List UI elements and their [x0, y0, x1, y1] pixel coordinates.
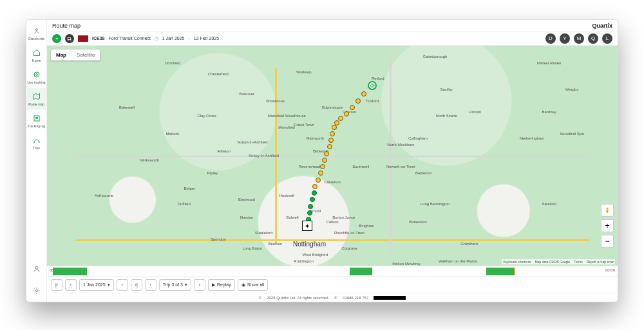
show-all-button[interactable]: ◉Show all	[238, 279, 268, 291]
map-place-label: Cotgrave	[341, 246, 357, 250]
map-type-switch: Map Satellite	[51, 50, 100, 60]
vehicle-id: ICE38	[92, 36, 104, 41]
route-point[interactable]	[332, 125, 337, 130]
vehicle-status-chip[interactable]	[52, 34, 61, 43]
phone-icon: ✆	[334, 295, 337, 300]
svg-point-2	[34, 72, 39, 77]
map-place-label: Ashbourne	[95, 194, 113, 197]
attrib-report[interactable]: Report a map error	[587, 260, 614, 264]
route-point[interactable]	[327, 144, 332, 149]
attrib-shortcuts[interactable]: Keyboard shortcuts	[503, 260, 531, 264]
route-point[interactable]	[350, 105, 355, 110]
route-point[interactable]	[324, 151, 329, 156]
vehicle-type-chip[interactable]	[65, 34, 74, 43]
map-place-label: Melton Mowbray	[392, 262, 421, 266]
sidebar-account[interactable]	[27, 258, 46, 280]
sidebar-item-home[interactable]: Home	[27, 44, 46, 66]
map-place-label: Burton Joyce	[332, 215, 355, 219]
sidebar-item-label: Tracking log	[28, 124, 45, 128]
trip-picker[interactable]: Trip 3 of 3 ▾	[159, 279, 191, 291]
route-point[interactable]	[316, 178, 321, 183]
header-btn-0[interactable]: D	[545, 33, 556, 44]
map-place-label: Stapleford	[255, 231, 272, 235]
map-place-label: Mansfield	[278, 125, 295, 129]
map-place-label: Calverton	[324, 180, 341, 184]
first-day-button[interactable]: |‹	[51, 279, 62, 291]
route-point[interactable]	[310, 197, 315, 202]
map-place-label: Radcliffe on Trent	[334, 231, 365, 235]
route-end-marker[interactable]: ✦	[302, 221, 312, 231]
map-place-label: Woodhall Spa	[560, 132, 583, 136]
svg-point-0	[35, 29, 37, 31]
eye-icon: ◉	[242, 282, 245, 288]
date-from: 1 Jan 2025	[162, 36, 185, 41]
sidebar-item-classic[interactable]: Classic site	[27, 23, 46, 44]
sidebar-settings[interactable]	[27, 280, 46, 302]
settings-icon	[32, 286, 41, 295]
header-btn-4[interactable]: L	[602, 33, 612, 44]
svg-rect-8	[68, 37, 71, 39]
map-place-label: Eastwood	[238, 197, 255, 201]
map-place-label: Duffield	[178, 202, 191, 206]
zoom-in-button[interactable]: +	[601, 219, 614, 232]
timeline[interactable]: 00:00 00:00	[47, 266, 618, 276]
sidebar-item-label: Route map	[28, 102, 44, 106]
sidebar-item-trips[interactable]: Trips	[27, 132, 46, 154]
sidebar-item-routemap[interactable]: Route map	[27, 88, 46, 110]
route-point[interactable]	[307, 210, 312, 215]
date-picker[interactable]: 1 Jan 2025 ▾	[79, 279, 114, 291]
map-type-satellite[interactable]: Satellite	[71, 50, 100, 60]
prev-trip-button[interactable]: ‹	[145, 279, 156, 291]
map-place-label: Hucknall	[279, 194, 294, 197]
svg-point-5	[39, 142, 39, 143]
header-btn-3[interactable]: Q	[588, 33, 598, 44]
map-place-label: Carlton	[326, 220, 338, 224]
map-place-label: Collingham	[408, 136, 428, 140]
route-start-marker[interactable]: ◎	[368, 81, 377, 90]
vehicle-name: Ford Transit Connect	[108, 36, 150, 41]
clock-icon: ◷	[155, 36, 158, 41]
next-day-button[interactable]: ›	[117, 279, 128, 291]
route-point[interactable]	[328, 138, 334, 143]
route-point[interactable]	[312, 184, 317, 189]
timeline-trip-block[interactable]	[53, 268, 87, 275]
route-point[interactable]	[330, 131, 335, 136]
svg-point-1	[35, 74, 37, 76]
vehicle-icon	[78, 35, 88, 42]
prev-day-button[interactable]: ‹	[65, 279, 77, 291]
map-place-label: Gainsborough	[423, 55, 448, 59]
map-place-label: Ilkeston	[240, 215, 254, 219]
topbar: Route map Quartix	[47, 20, 618, 32]
route-point[interactable]	[318, 170, 323, 176]
route-point[interactable]	[344, 111, 349, 116]
map-type-map[interactable]: Map	[51, 50, 71, 60]
next-trip-button[interactable]: ›	[194, 279, 205, 291]
sidebar-item-label: Home	[32, 59, 41, 62]
route-point[interactable]	[355, 98, 361, 104]
map-canvas[interactable]: Map Satellite + − Keyboard shortcuts Map…	[47, 46, 618, 266]
map-place-label: Alfreton	[217, 149, 231, 153]
route-point[interactable]	[308, 204, 313, 209]
route-point[interactable]	[312, 190, 317, 196]
header-btn-1[interactable]: Y	[560, 33, 570, 44]
map-place-label: Chesterfield	[208, 72, 229, 76]
zoom-out-button[interactable]: −	[601, 235, 614, 248]
map-place-label: Retford	[372, 77, 384, 80]
route-point[interactable]	[361, 91, 366, 96]
page-title: Route map	[52, 23, 80, 29]
route-point[interactable]	[320, 164, 325, 169]
home-icon	[32, 48, 41, 57]
header-btn-2[interactable]: M	[574, 33, 584, 44]
sidebar-item-trackinglog[interactable]: Tracking log	[27, 110, 46, 132]
route-point[interactable]	[338, 116, 343, 121]
last-day-button[interactable]: ›|	[131, 279, 142, 291]
map-attribution: Keyboard shortcuts Map data ©2025 Google…	[502, 259, 615, 264]
map-place-label: Metheringham	[520, 136, 544, 140]
route-point[interactable]	[322, 158, 327, 163]
timeline-trip-block[interactable]	[350, 268, 372, 275]
attrib-terms[interactable]: Terms	[574, 260, 583, 264]
timeline-trip-block[interactable]	[486, 268, 515, 275]
replay-button[interactable]: ▶Replay	[208, 279, 235, 291]
sidebar-item-live[interactable]: Live tracking	[27, 66, 46, 88]
pegman-icon[interactable]	[601, 204, 614, 217]
